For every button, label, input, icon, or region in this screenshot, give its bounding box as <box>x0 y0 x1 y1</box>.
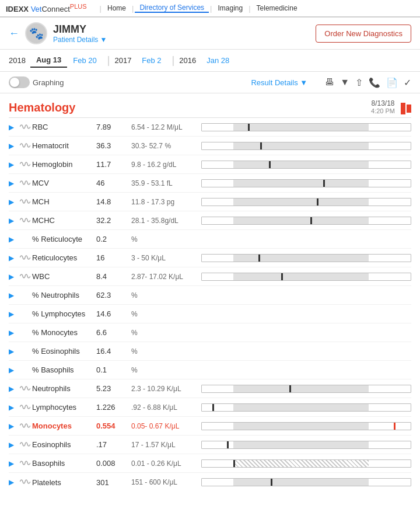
logo-connect: Connect <box>41 5 69 13</box>
table-row: ▶Eosinophils.1717 - 1.57 K/μL <box>9 436 411 454</box>
result-name: % Reticulocyte <box>32 235 96 243</box>
result-value: 301 <box>96 478 131 487</box>
nav-divider-1: | <box>100 4 102 13</box>
wave-icon <box>18 422 32 430</box>
expand-icon[interactable]: ▶ <box>9 310 18 318</box>
year-2017: 2017 <box>114 56 131 65</box>
result-graph <box>201 441 411 449</box>
mini-bar-chart <box>401 103 411 114</box>
patient-details-link[interactable]: Patient Details ▼ <box>53 36 107 44</box>
patient-left: ← 🐾 JIMMY Patient Details ▼ <box>9 22 107 44</box>
result-name: Lymphocytes <box>32 403 96 412</box>
date-tabs: 2018 Aug 13 Feb 20 | 2017 Feb 2 | 2016 J… <box>0 50 420 72</box>
result-name: % Basophils <box>32 365 96 374</box>
result-value: 5.23 <box>96 384 131 393</box>
table-row: ▶% Eosinophils16.4% <box>9 342 411 361</box>
table-row: ▶% Neutrophils62.3% <box>9 286 411 305</box>
table-row: ▶Monocytes0.5540.05- 0.67 K/μL <box>9 417 411 436</box>
patient-info: JIMMY Patient Details ▼ <box>53 23 107 44</box>
result-value: .17 <box>96 440 131 449</box>
toolbar: Graphing Result Details ▼ 🖶 ▼ ⇧ 📞 📄 ✓ <box>0 72 420 93</box>
main-content: Hematology 8/13/18 4:20 PM ▶RBC7.896.54 … <box>0 93 420 492</box>
document-icon[interactable]: 📄 <box>386 77 398 88</box>
tab-aug13[interactable]: Aug 13 <box>30 53 67 68</box>
result-value: 16.4 <box>96 347 131 356</box>
phone-icon[interactable]: 📞 <box>369 77 380 88</box>
table-row: ▶Hematocrit36.330.3- 52.7 % <box>9 137 411 155</box>
result-range: % <box>131 235 201 243</box>
table-row: ▶Basophils0.0080.01 - 0.26 K/μL <box>9 454 411 473</box>
result-range: 17 - 1.57 K/μL <box>131 441 201 449</box>
expand-icon[interactable]: ▶ <box>9 441 18 449</box>
result-range: % <box>131 347 201 356</box>
expand-icon[interactable]: ▶ <box>9 142 18 150</box>
expand-icon[interactable]: ▶ <box>9 179 18 187</box>
expand-icon[interactable]: ▶ <box>9 478 18 486</box>
table-row: ▶% Lymphocytes14.6% <box>9 305 411 323</box>
patient-name: JIMMY <box>53 23 107 36</box>
expand-icon[interactable]: ▶ <box>9 459 18 468</box>
table-row: ▶% Monocytes6.6% <box>9 323 411 342</box>
result-range: 2.87- 17.02 K/μL <box>131 273 201 281</box>
expand-icon[interactable]: ▶ <box>9 329 18 337</box>
tab-feb2[interactable]: Feb 2 <box>136 54 167 67</box>
expand-icon[interactable]: ▶ <box>9 366 18 374</box>
section-time-value: 4:20 PM <box>371 107 395 114</box>
result-value: 14.6 <box>96 309 131 318</box>
patient-avatar: 🐾 <box>25 22 47 44</box>
result-value: 8.4 <box>96 272 131 281</box>
order-diagnostics-button[interactable]: Order New Diagnostics <box>316 25 411 43</box>
table-row: ▶MCHC32.228.1 - 35.8g/dL <box>9 211 411 230</box>
expand-icon[interactable]: ▶ <box>9 422 18 430</box>
patient-header: ← 🐾 JIMMY Patient Details ▼ Order New Di… <box>0 18 420 50</box>
result-graph <box>201 161 411 169</box>
result-value: 0.1 <box>96 365 131 374</box>
result-value: 36.3 <box>96 141 131 150</box>
year-sep-1: | <box>107 54 110 67</box>
result-value: 0.008 <box>96 459 131 468</box>
expand-icon[interactable]: ▶ <box>9 273 18 281</box>
nav-imaging[interactable]: Imaging <box>214 4 248 12</box>
expand-icon[interactable]: ▶ <box>9 385 18 393</box>
table-row: ▶Platelets301151 - 600 K/μL <box>9 473 411 492</box>
nav-home[interactable]: Home <box>103 4 131 12</box>
wave-icon <box>18 403 32 412</box>
result-graph <box>201 142 411 150</box>
expand-icon[interactable]: ▶ <box>9 403 18 412</box>
expand-icon[interactable]: ▶ <box>9 198 18 206</box>
expand-icon[interactable]: ▶ <box>9 347 18 356</box>
toggle-knob <box>10 78 19 87</box>
check-circle-icon[interactable]: ✓ <box>404 77 411 88</box>
nav-telemedicine[interactable]: Telemedicine <box>252 4 302 12</box>
back-button[interactable]: ← <box>9 27 19 40</box>
result-graph <box>201 273 411 281</box>
nav-directory[interactable]: Directory of Services <box>135 4 209 13</box>
expand-icon[interactable]: ▶ <box>9 161 18 169</box>
expand-icon[interactable]: ▶ <box>9 217 18 225</box>
result-range: 11.8 - 17.3 pg <box>131 198 201 206</box>
result-name: % Eosinophils <box>32 347 96 356</box>
logo-idexx: IDEXX <box>6 5 29 13</box>
section-title: Hematology <box>9 101 371 114</box>
expand-icon[interactable]: ▶ <box>9 254 18 262</box>
result-value: 0.554 <box>96 422 131 430</box>
print-icon[interactable]: 🖶 <box>325 77 334 88</box>
tab-jan28[interactable]: Jan 28 <box>201 54 235 67</box>
section-header: Hematology 8/13/18 4:20 PM <box>9 93 411 118</box>
graphing-toggle[interactable]: Graphing <box>9 76 64 88</box>
logo-text: IDEXX VetConnectPLUS <box>6 3 87 13</box>
result-details-link[interactable]: Result Details ▼ <box>251 78 307 87</box>
toggle-track[interactable] <box>9 76 30 88</box>
share-icon[interactable]: ⇧ <box>355 77 363 88</box>
expand-icon[interactable]: ▶ <box>9 291 18 299</box>
expand-icon[interactable]: ▶ <box>9 123 18 131</box>
tab-feb20[interactable]: Feb 20 <box>67 54 102 67</box>
result-graph <box>201 478 411 486</box>
result-name: % Lymphocytes <box>32 309 96 318</box>
section-date: 8/13/18 4:20 PM <box>371 99 395 114</box>
expand-icon[interactable]: ▶ <box>9 235 18 243</box>
chevron-down-icon-2[interactable]: ▼ <box>340 77 349 88</box>
wave-icon <box>18 273 32 281</box>
result-name: Basophils <box>32 459 96 468</box>
logo-vet: Vet <box>31 5 42 13</box>
